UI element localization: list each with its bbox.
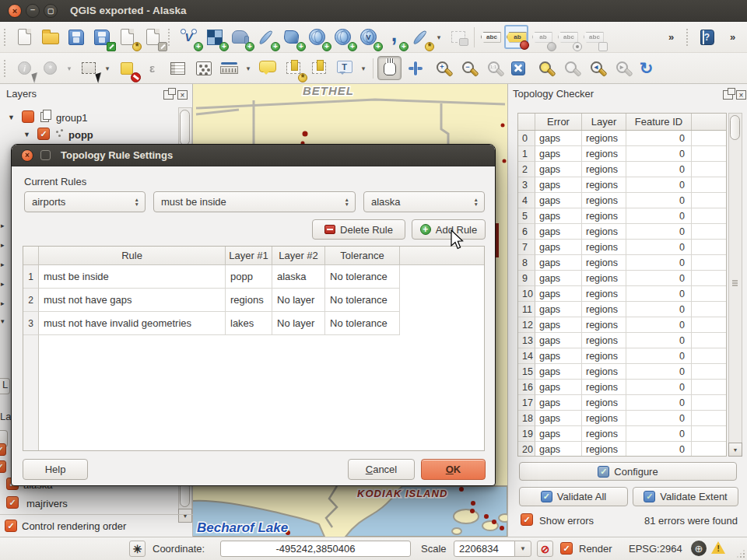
error-row[interactable]: 7gapsregions0: [518, 240, 726, 255]
add-spatialite-layer-button[interactable]: +: [254, 25, 278, 49]
scale-dropdown-icon[interactable]: ▼: [514, 541, 531, 557]
group1-checkbox[interactable]: [22, 110, 34, 123]
label-pin-unpin-button[interactable]: ab: [504, 25, 528, 49]
run-feature-action-button[interactable]: *: [38, 56, 62, 80]
error-row[interactable]: 19gapsregions0: [518, 426, 726, 442]
zoom-next-button[interactable]: ▸: [608, 56, 633, 80]
map-tips-button[interactable]: [255, 56, 279, 80]
layer-item-popp[interactable]: popp: [68, 129, 93, 141]
expand-arrow-icon[interactable]: ▼: [8, 114, 15, 121]
validate-extent-button[interactable]: Validate Extent: [633, 487, 738, 506]
error-row[interactable]: 8gapsregions0: [518, 255, 726, 271]
zoom-full-button[interactable]: [506, 56, 530, 80]
open-project-button[interactable]: [38, 25, 62, 49]
layers-scrollbar-thumb[interactable]: [180, 110, 190, 145]
layer-item-group1[interactable]: group1: [56, 112, 87, 124]
error-row[interactable]: 18gapsregions0: [518, 411, 726, 426]
add-mssql-layer-button[interactable]: +: [279, 25, 303, 49]
pan-map-button[interactable]: [377, 56, 402, 80]
label-move-button[interactable]: abc: [581, 25, 605, 49]
refresh-map-button[interactable]: ↻: [634, 56, 658, 80]
remove-layer-group-button[interactable]: [446, 25, 470, 49]
header-tolerance[interactable]: Tolerance: [325, 247, 400, 264]
clipped-checkbox[interactable]: [0, 443, 6, 456]
error-row[interactable]: 6gapsregions0: [518, 224, 726, 240]
dialog-titlebar[interactable]: Topology Rule Settings: [12, 145, 495, 166]
header-feature-id[interactable]: Feature ID: [626, 114, 692, 130]
add-wfs-layer-button[interactable]: V+: [356, 25, 381, 49]
titlebar[interactable]: QGIS exported - Alaska: [0, 0, 747, 22]
layer2-combo[interactable]: alaska: [363, 191, 485, 212]
label-toggle-display-button[interactable]: abc: [556, 25, 580, 49]
toolbar-handle[interactable]: [4, 29, 9, 46]
help-button[interactable]: Help: [23, 459, 88, 480]
resize-grip[interactable]: [737, 550, 745, 558]
help-contents-button[interactable]: ?: [695, 25, 719, 49]
header-layer[interactable]: Layer: [582, 114, 626, 130]
toolbar-extension-2-button[interactable]: »: [721, 25, 745, 49]
error-row[interactable]: 12gapsregions0: [518, 317, 726, 333]
cancel-button[interactable]: Cancel: [348, 459, 415, 480]
header-layer2[interactable]: Layer #2: [272, 247, 325, 264]
add-delimited-text-layer-button[interactable]: ,+: [382, 25, 406, 49]
text-annotation-button[interactable]: T: [332, 56, 356, 80]
validate-all-button[interactable]: Validate All: [519, 487, 628, 506]
error-row[interactable]: 17gapsregions0: [518, 395, 726, 411]
zoom-native-button[interactable]: 1:1: [480, 56, 504, 80]
select-by-expression-button[interactable]: ε: [140, 56, 164, 80]
rule-combo[interactable]: must be inside: [153, 191, 356, 212]
save-project-as-button[interactable]: [89, 25, 114, 49]
rule-row[interactable]: 3must not have invalid geometrieslakesNo…: [23, 312, 484, 335]
window-close-icon[interactable]: [8, 4, 22, 18]
error-row[interactable]: 15gapsregions0: [518, 364, 726, 380]
add-wcs-layer-button[interactable]: +: [331, 25, 355, 49]
show-errors-checkbox[interactable]: [521, 513, 533, 526]
error-row[interactable]: 14gapsregions0: [518, 348, 726, 364]
header-rule[interactable]: Rule: [39, 247, 226, 264]
add-rule-button[interactable]: Add Rule: [412, 219, 486, 240]
popp-checkbox[interactable]: [37, 128, 50, 140]
stop-render-icon[interactable]: ⊘: [537, 541, 553, 557]
error-row[interactable]: 0gapsregions0: [518, 131, 726, 146]
header-error[interactable]: Error: [535, 114, 582, 130]
error-row[interactable]: 4gapsregions0: [518, 193, 726, 208]
clipped-tab[interactable]: L: [0, 378, 10, 394]
error-row[interactable]: 3gapsregions0: [518, 177, 726, 193]
layer1-combo[interactable]: airports: [24, 191, 146, 212]
dialog-close-icon[interactable]: [21, 149, 33, 162]
error-row[interactable]: 1gapsregions0: [518, 146, 726, 162]
zoom-to-selection-button[interactable]: [531, 56, 556, 80]
error-row[interactable]: 9gapsregions0: [518, 271, 726, 286]
error-row[interactable]: 10gapsregions0: [518, 286, 726, 302]
panel-float-icon[interactable]: [163, 90, 174, 100]
error-row[interactable]: 13gapsregions0: [518, 333, 726, 348]
zoom-out-button[interactable]: −: [454, 56, 479, 80]
error-row[interactable]: 20gapsregions0: [518, 442, 726, 457]
zoom-in-button[interactable]: +: [429, 56, 453, 80]
render-checkbox[interactable]: [560, 542, 573, 555]
clipped-checkbox[interactable]: [0, 460, 6, 473]
toolbar-extension-button[interactable]: »: [659, 25, 683, 49]
layer-item-majrivers[interactable]: majrivers: [26, 498, 68, 509]
control-rendering-order-checkbox[interactable]: [5, 520, 17, 532]
window-maximize-icon[interactable]: [44, 4, 58, 18]
add-vector-layer-button[interactable]: V+: [177, 25, 201, 49]
new-project-button[interactable]: [12, 25, 37, 49]
add-layer-dropdown-button[interactable]: ▾: [433, 25, 444, 49]
pan-to-selection-button[interactable]: [403, 56, 427, 80]
show-bookmarks-button[interactable]: [307, 56, 331, 80]
ok-button[interactable]: OK: [421, 459, 486, 480]
zoom-last-button[interactable]: ◂: [583, 56, 607, 80]
measure-line-button[interactable]: [217, 56, 241, 80]
error-table[interactable]: Error Layer Feature ID 0gapsregions01gap…: [517, 113, 727, 457]
rules-table[interactable]: Rule Layer #1 Layer #2 Tolerance 1must b…: [23, 246, 485, 451]
save-project-button[interactable]: [64, 25, 88, 49]
field-calculator-button[interactable]: [191, 56, 216, 80]
checker-scrollbar[interactable]: [728, 113, 742, 457]
panel-float-icon[interactable]: [723, 90, 733, 100]
new-print-composer-button[interactable]: *: [115, 25, 139, 49]
deselect-features-button[interactable]: [114, 56, 139, 80]
coordinate-input[interactable]: -495242,3850406: [220, 541, 411, 557]
new-spatialite-layer-button[interactable]: *: [408, 25, 432, 49]
crs-globe-icon[interactable]: ⊕: [691, 541, 707, 556]
